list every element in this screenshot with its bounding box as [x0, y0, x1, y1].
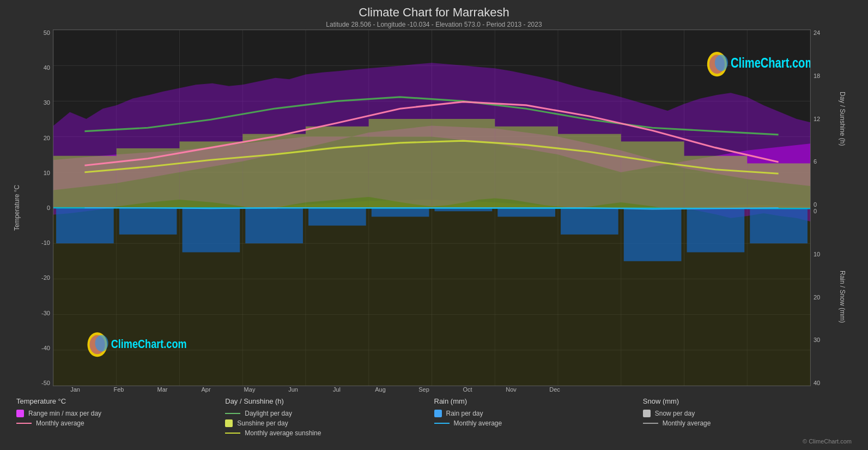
chart-subtitle: Latitude 28.506 - Longitude -10.034 - El… — [11, 21, 857, 28]
legend-rain-avg: Monthly average — [434, 419, 643, 427]
y-right-tick: 0 — [814, 201, 833, 208]
y-tick: -30 — [41, 310, 50, 316]
x-label-jan: Jan — [53, 386, 97, 393]
svg-rect-44 — [245, 208, 303, 243]
y-tick: 50 — [44, 29, 50, 36]
legend-sunshine-per-day: Sunshine per day — [225, 419, 434, 427]
y-tick: -20 — [41, 274, 50, 281]
x-label-nov: Nov — [489, 386, 533, 393]
y-right-tick: 18 — [814, 73, 833, 79]
temp-range-swatch — [16, 410, 24, 417]
legend-snow-per-day-label: Snow per day — [655, 410, 695, 417]
x-label-jun: Jun — [271, 386, 315, 393]
x-label-may: May — [228, 386, 271, 393]
y-right-tick: 30 — [814, 337, 833, 343]
y-axis-right-top-label: Day / Sunshine (h) — [833, 29, 852, 208]
page-wrapper: Climate Chart for Marrakesh Latitude 28.… — [0, 0, 868, 450]
y-tick: 30 — [44, 99, 50, 106]
rain-avg-line — [434, 423, 450, 424]
x-label-aug: Aug — [359, 386, 402, 393]
y-right-tick: 10 — [814, 251, 833, 257]
x-label-sep: Sep — [402, 386, 446, 393]
copyright: © ClimeChart.com — [11, 438, 857, 445]
svg-rect-45 — [308, 208, 366, 226]
svg-rect-49 — [561, 208, 618, 235]
y-right-tick: 6 — [814, 158, 833, 165]
x-label-feb: Feb — [97, 386, 141, 393]
y-axis-left-label: Temperature °C — [11, 29, 23, 386]
legend-sunshine-title: Day / Sunshine (h) — [225, 397, 434, 405]
svg-rect-32 — [242, 134, 306, 208]
svg-rect-50 — [624, 208, 682, 261]
legend-snow-title: Snow (mm) — [643, 397, 852, 405]
y-tick: 0 — [47, 205, 50, 211]
legend-sunshine: Day / Sunshine (h) Daylight per day Suns… — [225, 397, 434, 437]
snow-swatch — [643, 410, 651, 417]
x-label-oct: Oct — [446, 386, 489, 393]
y-tick: -40 — [41, 345, 50, 351]
chart-title: Climate Chart for Marrakesh — [11, 5, 857, 20]
svg-rect-40 — [747, 164, 810, 208]
x-label-jul: Jul — [315, 386, 359, 393]
x-label-apr: Apr — [184, 386, 228, 393]
legend-temp-range: Range min / max per day — [16, 410, 225, 417]
chart-header: Climate Chart for Marrakesh Latitude 28.… — [11, 5, 857, 28]
svg-rect-37 — [558, 134, 621, 208]
legend-rain: Rain (mm) Rain per day Monthly average — [434, 397, 643, 437]
sunshine-avg-line — [225, 433, 240, 434]
svg-rect-33 — [306, 127, 369, 208]
chart-row: Temperature °C 50 40 30 20 10 0 -10 -20 … — [11, 29, 857, 386]
svg-rect-38 — [621, 141, 684, 208]
svg-rect-39 — [684, 156, 748, 208]
rain-swatch — [434, 410, 442, 417]
legend-sunshine-per-day-label: Sunshine per day — [237, 419, 288, 427]
svg-point-56 — [715, 55, 728, 71]
y-right-tick: 12 — [814, 116, 833, 122]
legend-daylight: Daylight per day — [225, 410, 434, 417]
legend-snow-avg: Monthly average — [643, 419, 852, 427]
svg-rect-41 — [56, 208, 114, 243]
legend-area: Temperature °C Range min / max per day M… — [11, 393, 857, 437]
temp-avg-line — [16, 423, 32, 424]
sunshine-swatch — [225, 419, 233, 427]
x-label-mar: Mar — [141, 386, 184, 393]
svg-rect-30 — [117, 148, 180, 208]
legend-snow-per-day: Snow per day — [643, 410, 852, 417]
y-tick: 10 — [44, 170, 50, 176]
svg-text:ClimeChart.com: ClimeChart.com — [731, 55, 810, 71]
svg-rect-34 — [369, 119, 432, 208]
chart-canvas: ClimeChart.com ClimeChart.com — [53, 29, 811, 386]
y-tick: 20 — [44, 135, 50, 141]
legend-snow-avg-label: Monthly average — [663, 419, 711, 427]
y-axis-right: 24 18 12 6 0 0 10 20 30 40 Day / Sunshin… — [811, 29, 857, 386]
legend-rain-per-day: Rain per day — [434, 410, 643, 417]
svg-text:ClimeChart.com: ClimeChart.com — [111, 337, 187, 350]
svg-rect-36 — [495, 127, 558, 208]
legend-temperature: Temperature °C Range min / max per day M… — [16, 397, 225, 437]
legend-rain-title: Rain (mm) — [434, 397, 643, 405]
x-label-dec: Dec — [533, 386, 576, 393]
y-right-tick: 24 — [814, 29, 833, 36]
svg-rect-35 — [432, 119, 495, 208]
svg-rect-52 — [750, 208, 808, 243]
svg-point-60 — [95, 335, 108, 351]
y-right-tick: 40 — [814, 380, 833, 386]
snow-avg-line — [643, 423, 658, 424]
legend-temp-range-label: Range min / max per day — [28, 410, 101, 417]
legend-temp-avg-label: Monthly average — [36, 419, 84, 427]
y-tick: -50 — [41, 380, 50, 386]
y-tick: 40 — [44, 64, 50, 71]
legend-sunshine-avg-label: Monthly average sunshine — [245, 429, 321, 437]
y-right-tick: 20 — [814, 294, 833, 301]
legend-daylight-label: Daylight per day — [245, 410, 292, 417]
svg-rect-46 — [372, 208, 429, 217]
svg-rect-43 — [183, 208, 240, 253]
legend-rain-avg-label: Monthly average — [454, 419, 502, 427]
legend-temp-avg: Monthly average — [16, 419, 225, 427]
legend-snow: Snow (mm) Snow per day Monthly average — [643, 397, 852, 437]
x-axis: Jan Feb Mar Apr May Jun Jul Aug Sep Oct … — [11, 386, 857, 393]
y-right-tick: 0 — [814, 208, 833, 214]
y-axis-left: 50 40 30 20 10 0 -10 -20 -30 -40 -50 — [23, 29, 53, 386]
svg-rect-48 — [497, 208, 555, 217]
chart-svg: ClimeChart.com ClimeChart.com — [53, 30, 810, 386]
